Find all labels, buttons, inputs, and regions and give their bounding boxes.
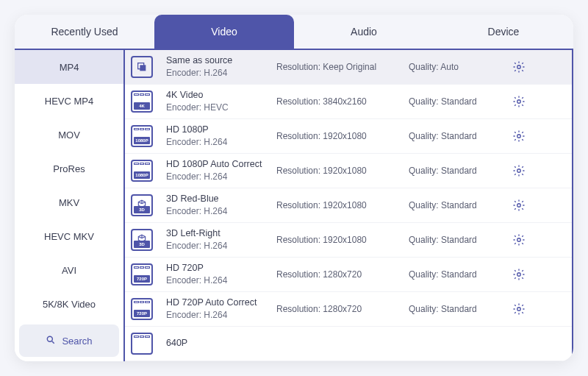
svg-rect-3 (140, 65, 146, 71)
preset-row[interactable]: 640P (125, 327, 572, 361)
preset-row[interactable]: 3D3D Red-BlueEncoder: H.264Resolution: 1… (125, 188, 572, 223)
settings-button[interactable] (504, 302, 534, 316)
preset-name: HD 720P (166, 262, 276, 275)
sidebar-item-mov[interactable]: MOV (15, 118, 123, 152)
preset-resolution: Resolution: 1920x1080 (276, 166, 409, 176)
settings-button[interactable] (504, 130, 534, 143)
sidebar-item-mkv[interactable]: MKV (15, 185, 123, 219)
svg-point-10 (517, 273, 521, 277)
preset-list[interactable]: Same as sourceEncoder: H.264Resolution: … (125, 50, 573, 361)
preset-quality: Quality: Standard (409, 96, 504, 107)
sidebar-item-avi[interactable]: AVI (15, 253, 123, 287)
3d-icon: 3D (131, 229, 153, 251)
video-file-icon: 4K (131, 91, 153, 113)
svg-point-7 (517, 169, 521, 173)
sidebar-item-hevc-mp4[interactable]: HEVC MP4 (15, 84, 123, 118)
preset-name: HD 720P Auto Correct (166, 297, 276, 310)
preset-resolution: Resolution: 1920x1080 (276, 131, 409, 141)
same-as-source-icon (131, 56, 153, 78)
svg-point-8 (517, 204, 521, 207)
video-file-icon: 720P (131, 298, 153, 320)
sidebar-item-hevc-mkv[interactable]: HEVC MKV (15, 219, 123, 253)
settings-button[interactable] (504, 60, 534, 74)
sidebar-item-prores[interactable]: ProRes (15, 152, 123, 185)
preset-resolution: Resolution: 1920x1080 (276, 235, 409, 245)
settings-button[interactable] (504, 268, 534, 281)
search-icon (46, 335, 56, 347)
preset-resolution: Resolution: 1280x720 (276, 304, 409, 314)
video-file-icon: 1080P (131, 160, 153, 182)
preset-quality: Quality: Standard (409, 304, 504, 314)
preset-name: 4K Video (166, 89, 276, 102)
video-file-icon: 1080P (131, 125, 153, 147)
preset-quality: Quality: Standard (409, 166, 504, 176)
video-file-icon (131, 333, 153, 355)
preset-name: 640P (166, 337, 276, 350)
video-file-icon: 720P (131, 263, 153, 285)
search-input[interactable]: Search (19, 324, 119, 357)
settings-button[interactable] (504, 164, 534, 177)
preset-encoder: Encoder: H.264 (166, 171, 276, 183)
preset-row[interactable]: 3D3D Left-RightEncoder: H.264Resolution:… (125, 223, 572, 258)
category-tabs: Recently Used Video Audio Device (15, 15, 573, 49)
preset-quality: Quality: Auto (409, 62, 504, 72)
format-panel: Recently Used Video Audio Device MP4 HEV… (15, 15, 573, 361)
tab-audio[interactable]: Audio (294, 15, 434, 49)
preset-name: Same as source (166, 54, 276, 68)
preset-quality: Quality: Standard (409, 131, 504, 141)
preset-name: HD 1080P (166, 124, 276, 137)
settings-button[interactable] (504, 199, 534, 212)
preset-quality: Quality: Standard (409, 269, 504, 280)
preset-encoder: Encoder: H.264 (166, 67, 276, 79)
preset-resolution: Resolution: Keep Original (276, 62, 409, 72)
settings-button[interactable] (504, 95, 534, 108)
sidebar-item-mp4[interactable]: MP4 (15, 50, 123, 84)
preset-row[interactable]: 1080PHD 1080P Auto CorrectEncoder: H.264… (125, 154, 572, 188)
preset-encoder: Encoder: H.264 (166, 274, 276, 287)
preset-row[interactable]: 1080PHD 1080PEncoder: H.264Resolution: 1… (125, 119, 572, 154)
tab-recently-used[interactable]: Recently Used (15, 15, 154, 49)
preset-encoder: Encoder: HEVC (166, 102, 276, 114)
preset-encoder: Encoder: H.264 (166, 205, 276, 218)
settings-button[interactable] (504, 233, 534, 246)
format-sidebar: MP4 HEVC MP4 MOV ProRes MKV HEVC MKV AVI… (15, 50, 125, 361)
preset-resolution: Resolution: 1280x720 (276, 269, 409, 280)
preset-quality: Quality: Standard (409, 235, 504, 245)
preset-resolution: Resolution: 3840x2160 (276, 96, 409, 107)
svg-point-6 (517, 135, 521, 138)
preset-row[interactable]: 720PHD 720PEncoder: H.264Resolution: 128… (125, 258, 572, 292)
preset-encoder: Encoder: H.264 (166, 136, 276, 149)
svg-line-1 (52, 341, 54, 343)
3d-icon: 3D (131, 194, 153, 216)
svg-point-9 (517, 238, 521, 242)
preset-encoder: Encoder: H.264 (166, 240, 276, 252)
search-label: Search (62, 336, 92, 347)
preset-name: 3D Red-Blue (166, 193, 276, 206)
svg-point-0 (48, 336, 53, 341)
tab-video[interactable]: Video (154, 15, 294, 49)
preset-name: HD 1080P Auto Correct (166, 158, 276, 171)
preset-row[interactable]: Same as sourceEncoder: H.264Resolution: … (125, 50, 572, 85)
preset-resolution: Resolution: 1920x1080 (276, 200, 409, 210)
sidebar-item-5k8k[interactable]: 5K/8K Video (15, 287, 123, 321)
svg-point-4 (517, 65, 521, 69)
preset-row[interactable]: 720PHD 720P Auto CorrectEncoder: H.264Re… (125, 292, 572, 327)
preset-encoder: Encoder: H.264 (166, 309, 276, 322)
preset-quality: Quality: Standard (409, 200, 504, 210)
panel-body: MP4 HEVC MP4 MOV ProRes MKV HEVC MKV AVI… (15, 50, 573, 361)
tab-device[interactable]: Device (434, 15, 573, 49)
svg-point-11 (517, 308, 521, 311)
svg-point-5 (517, 100, 521, 104)
preset-row[interactable]: 4K4K VideoEncoder: HEVCResolution: 3840x… (125, 85, 572, 119)
preset-name: 3D Left-Right (166, 227, 276, 241)
